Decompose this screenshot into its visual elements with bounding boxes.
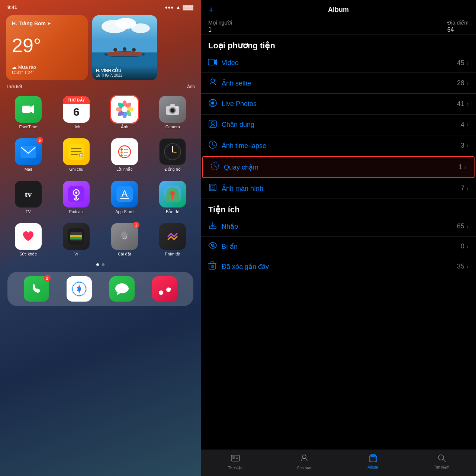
cloud-icon: ☁ xyxy=(12,64,17,70)
svg-text:tv: tv xyxy=(25,190,32,199)
tab-library[interactable]: Thư viện xyxy=(201,454,270,470)
weather-range: C:31° T:24° xyxy=(12,70,82,75)
slowmo-name: Quay chậm xyxy=(221,163,459,171)
album-row-portrait[interactable]: Chân dung 4 › xyxy=(201,115,476,135)
podcast-icon xyxy=(63,181,90,208)
svg-point-8 xyxy=(123,47,126,51)
signal-icon: ●●● xyxy=(165,4,174,10)
svg-line-89 xyxy=(213,145,215,146)
facetime-label: FaceTime xyxy=(19,125,38,129)
music-icon xyxy=(152,276,177,302)
mail-icon: 6 xyxy=(15,138,42,165)
svg-point-38 xyxy=(120,151,123,154)
svg-point-9 xyxy=(132,48,136,52)
timelapse-icon xyxy=(208,140,219,151)
svg-point-7 xyxy=(113,48,117,52)
import-icon xyxy=(208,221,219,232)
hidden-name: Bị ẩn xyxy=(219,242,461,251)
tab-search[interactable]: Tìm kiếm xyxy=(407,454,476,470)
utility-section-title: Tiện ích xyxy=(201,199,476,216)
album-row-screenshot[interactable]: Ảnh màn hình 7 › xyxy=(201,178,476,199)
app-clock[interactable]: Đồng hồ xyxy=(152,138,194,172)
deleted-chevron: › xyxy=(467,263,469,270)
import-chevron: › xyxy=(467,223,469,230)
album-row-import[interactable]: Nhập 65 › xyxy=(201,216,476,237)
album-row-live[interactable]: Live Photos 41 › xyxy=(201,94,476,115)
photo-album-name: H. VĨNH CỬU xyxy=(96,68,154,73)
app-notes[interactable]: Ghi chú xyxy=(56,138,97,172)
tab-for-you[interactable]: Cho bạn xyxy=(270,454,338,470)
video-icon xyxy=(208,58,219,68)
album-row-slowmo[interactable]: Quay chậm 1 › xyxy=(202,156,475,178)
settings-icon: 1 xyxy=(111,223,138,250)
foryou-tab-label: Cho bạn xyxy=(297,466,311,470)
album-people-col1[interactable]: Mọi người 1 xyxy=(208,20,232,33)
app-podcast[interactable]: Podcast xyxy=(56,181,97,214)
maps-icon xyxy=(159,181,186,208)
tv-icon: tv xyxy=(15,181,42,208)
app-facetime[interactable]: FaceTime xyxy=(7,96,49,129)
album-row-timelapse[interactable]: Ảnh time-lapse 3 › xyxy=(201,135,476,156)
slowmo-chevron: › xyxy=(464,164,466,171)
svg-rect-6 xyxy=(107,52,142,56)
live-name: Live Photos xyxy=(219,100,457,108)
app-mail[interactable]: 6 Mail xyxy=(7,138,49,172)
svg-point-24 xyxy=(171,109,174,112)
app-grid-row4: Sức khỏe Ví 1 Cài đặt Phím tắt xyxy=(0,219,201,260)
timelapse-chevron: › xyxy=(467,142,469,149)
live-icon xyxy=(208,99,219,109)
health-label: Sức khỏe xyxy=(19,252,37,257)
app-calendar[interactable]: THỨ BẢY 6 Lịch xyxy=(56,96,97,129)
svg-rect-102 xyxy=(211,262,214,263)
album-row-deleted[interactable]: Đã xóa gần đây 35 › xyxy=(201,256,476,277)
app-reminders[interactable]: Lời nhắc xyxy=(104,138,145,172)
album-row-hidden[interactable]: Bị ẩn 0 › xyxy=(201,237,476,256)
photos-album-screen: + Album Mọi người 1 Địa điểm 54 Loại phư… xyxy=(201,0,476,476)
app-photos[interactable]: Ảnh xyxy=(104,96,145,129)
svg-point-86 xyxy=(211,122,214,125)
dock-music[interactable] xyxy=(152,276,177,302)
deleted-name: Đã xóa gần đây xyxy=(219,263,457,271)
svg-point-60 xyxy=(170,191,175,196)
search-tab-label: Tìm kiếm xyxy=(434,465,450,469)
photo-widget[interactable]: H. VĨNH CỬU 16 THG 7, 2022 xyxy=(92,15,157,80)
album-row-video[interactable]: Video 45 › xyxy=(201,54,476,73)
shortcuts-icon xyxy=(159,223,186,250)
add-album-button[interactable]: + xyxy=(208,4,214,16)
app-maps[interactable]: Bản đồ xyxy=(152,181,194,214)
app-appstore[interactable]: A App Store xyxy=(104,181,145,214)
album-tab-icon xyxy=(369,454,377,464)
facetime-icon xyxy=(15,96,42,123)
svg-rect-65 xyxy=(70,232,82,235)
album-places-col[interactable]: Địa điểm 54 xyxy=(447,20,469,33)
tab-album[interactable]: Album xyxy=(338,454,407,470)
svg-marker-79 xyxy=(214,59,217,65)
dock-phone[interactable]: 2 xyxy=(24,276,49,302)
mail-badge: 6 xyxy=(36,137,43,144)
phone-badge: 2 xyxy=(44,275,51,282)
app-settings[interactable]: 1 Cài đặt xyxy=(104,223,145,257)
calendar-icon: THỨ BẢY 6 xyxy=(63,96,90,123)
dock-safari[interactable] xyxy=(67,276,92,302)
status-icons: ●●● ▲ ▓▓▓ xyxy=(165,4,193,10)
app-camera[interactable]: Camera xyxy=(152,96,194,129)
app-shortcuts[interactable]: Phím tắt xyxy=(152,223,194,257)
widgets-row: H. Tràng Bom ➤ 29° ☁ Mưa rào C:31° T:24° xyxy=(0,13,201,83)
wifi-icon: ▲ xyxy=(176,4,181,10)
import-name: Nhập xyxy=(219,222,457,231)
dock-messages[interactable] xyxy=(109,276,135,302)
slowmo-count: 1 xyxy=(459,163,462,171)
calendar-label: Lịch xyxy=(73,125,80,129)
podcast-label: Podcast xyxy=(69,209,84,214)
album-header: + Album xyxy=(201,0,476,17)
svg-rect-85 xyxy=(209,120,216,128)
app-tv[interactable]: tv TV xyxy=(7,181,49,214)
health-icon xyxy=(15,223,42,250)
album-row-selfie[interactable]: Ảnh selfie 28 › xyxy=(201,73,476,94)
reminders-label: Lời nhắc xyxy=(116,167,132,172)
weather-widget[interactable]: H. Tràng Bom ➤ 29° ☁ Mưa rào C:31° T:24° xyxy=(6,15,88,80)
app-wallet[interactable]: Ví xyxy=(56,223,97,257)
svg-point-110 xyxy=(302,455,306,459)
appstore-icon: A xyxy=(111,181,138,208)
app-health[interactable]: Sức khỏe xyxy=(7,223,49,257)
